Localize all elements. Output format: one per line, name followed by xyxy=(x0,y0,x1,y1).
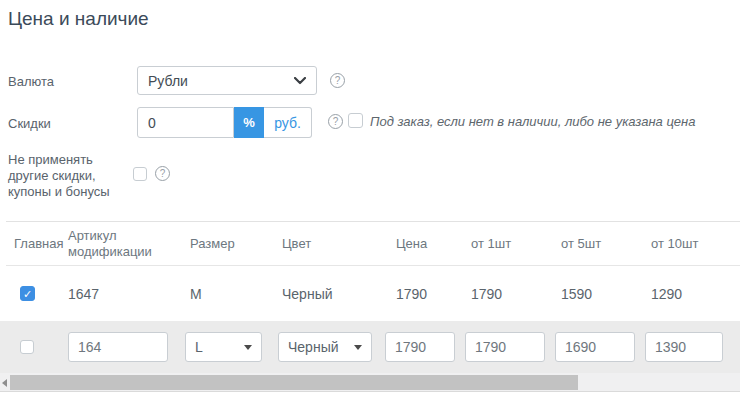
row-sku: 1647 xyxy=(68,286,190,302)
row-price-input[interactable] xyxy=(385,332,455,362)
dropdown-arrow-icon xyxy=(244,345,252,350)
row-from5-input[interactable] xyxy=(555,332,635,362)
column-header-from1: от 1шт xyxy=(465,236,555,251)
column-header-from10: от 10шт xyxy=(645,236,730,251)
table-header-row: Главная Артикул модификации Размер Цвет … xyxy=(0,222,740,265)
on-order-label: Под заказ, если нет в наличии, либо не у… xyxy=(370,114,695,129)
horizontal-scrollbar[interactable] xyxy=(0,373,740,392)
row-main-checkbox[interactable]: ✓ xyxy=(20,286,35,301)
no-other-discounts-checkbox[interactable] xyxy=(133,167,147,181)
column-header-color: Цвет xyxy=(282,236,380,251)
discount-help-icon[interactable]: ? xyxy=(328,114,343,129)
scrollbar-thumb[interactable] xyxy=(10,375,578,390)
table-row-editable: L Черный xyxy=(0,321,740,373)
on-order-checkbox[interactable] xyxy=(348,113,363,128)
row-color-select[interactable]: Черный xyxy=(278,332,372,362)
column-header-from5: от 5шт xyxy=(555,236,645,251)
row-size: M xyxy=(190,286,282,302)
row-sku-input[interactable] xyxy=(68,332,168,362)
currency-help-icon[interactable]: ? xyxy=(330,73,345,88)
row-price: 1790 xyxy=(380,286,465,302)
dropdown-arrow-icon xyxy=(354,345,362,350)
column-header-sku: Артикул модификации xyxy=(68,228,190,260)
currency-select[interactable]: Рубли xyxy=(137,66,317,95)
discount-control: % руб. xyxy=(137,107,312,138)
row-price-from10: 1290 xyxy=(645,286,730,302)
discount-unit-rub-button[interactable]: руб. xyxy=(264,107,312,138)
page-title: Цена и наличие xyxy=(8,8,149,30)
row-color: Черный xyxy=(282,286,380,302)
discount-label: Скидки xyxy=(8,116,51,131)
currency-label: Валюта xyxy=(8,74,54,89)
row-size-select[interactable]: L xyxy=(185,332,262,362)
price-availability-panel: Цена и наличие Валюта Рубли ? Скидки % р… xyxy=(0,0,740,403)
column-header-main: Главная xyxy=(0,236,68,251)
currency-select-value: Рубли xyxy=(148,73,188,89)
no-other-discounts-label: Не применять другие скидки, купоны и бон… xyxy=(8,152,126,200)
no-other-discounts-help-icon[interactable]: ? xyxy=(155,166,170,181)
column-header-size: Размер xyxy=(190,236,282,251)
discount-unit-percent-button[interactable]: % xyxy=(234,107,264,138)
discount-input[interactable] xyxy=(137,107,234,138)
row-main-checkbox[interactable] xyxy=(20,340,34,354)
chevron-down-icon xyxy=(294,77,306,85)
row-price-from1: 1790 xyxy=(465,286,555,302)
row-price-from5: 1590 xyxy=(555,286,645,302)
row-from10-input[interactable] xyxy=(645,332,723,362)
table-row: ✓ 1647 M Черный 1790 1790 1590 1290 xyxy=(0,266,740,321)
row-from1-input[interactable] xyxy=(465,332,545,362)
column-header-price: Цена xyxy=(380,236,465,251)
scroll-left-arrow-icon[interactable] xyxy=(2,379,7,387)
